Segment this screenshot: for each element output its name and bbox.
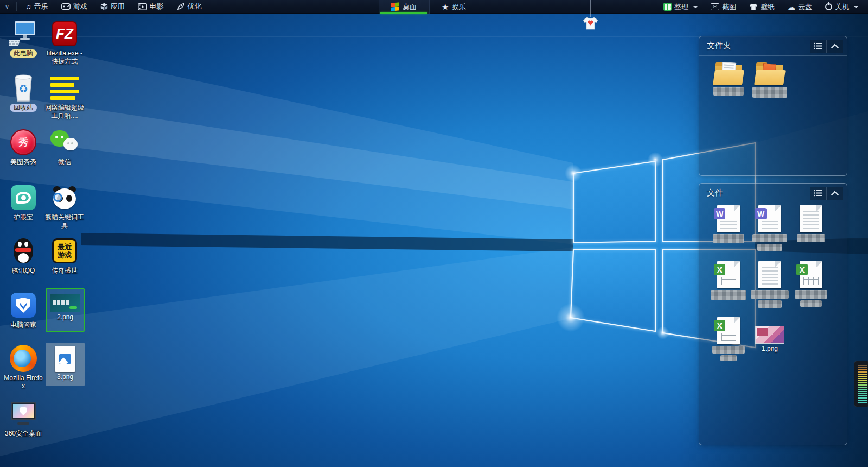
menu-organize[interactable]: 整理: [657, 0, 704, 14]
icon-label: 腾讯QQ: [3, 267, 44, 275]
file-label: 1.png: [749, 345, 790, 352]
censored-filename: [797, 234, 825, 242]
badge-line1: 最近: [58, 243, 72, 251]
tab-desktop[interactable]: 桌面: [379, 0, 429, 14]
film-icon: [138, 3, 147, 10]
qq-penguin-icon: [11, 237, 36, 264]
excel-file-icon: X: [717, 317, 740, 344]
menu-organize-label: 整理: [674, 2, 688, 12]
censored-filename: [795, 290, 827, 299]
collapse-bar-icon[interactable]: ∨: [0, 3, 14, 10]
censored-filename: [800, 300, 822, 307]
list-view-button[interactable]: [810, 187, 826, 200]
menu-apps[interactable]: 应用: [94, 0, 131, 13]
menu-games[interactable]: 游戏: [55, 0, 94, 13]
word-file-icon: W: [758, 205, 781, 232]
desktop-icon-recycle-bin[interactable]: ♻ 回收站: [3, 74, 44, 112]
eyecare-icon: [11, 185, 36, 210]
file-item-excel[interactable]: X: [708, 261, 749, 300]
desktop-icon-qq[interactable]: 腾讯QQ: [3, 237, 44, 275]
desktop-icon-panda-keyword[interactable]: 熊猫关键词工具: [44, 184, 85, 230]
menu-screenshot[interactable]: ✂ 截图: [704, 0, 743, 14]
apps-cube-icon: [100, 3, 108, 10]
collapse-panel-button[interactable]: [826, 187, 843, 200]
icon-label: 回收站: [10, 104, 37, 112]
desktop-icon-firefox[interactable]: Mozilla Firefox: [3, 344, 44, 390]
file-item-text[interactable]: [749, 261, 790, 308]
text-file-icon: [758, 261, 781, 288]
menu-wallpaper-label: 壁纸: [761, 2, 775, 12]
tab-entertainment[interactable]: ★ 娱乐: [429, 0, 478, 14]
screenshot-icon: ✂: [711, 3, 719, 10]
menu-music[interactable]: ♫ 音乐: [19, 0, 55, 13]
folder-item[interactable]: [749, 61, 790, 98]
image-thumbnail: [50, 294, 80, 312]
icon-label: 微信: [44, 158, 85, 166]
firefox-icon: [10, 345, 37, 372]
icon-label: 熊猫关键词工具: [44, 213, 85, 230]
meter-stripes: [858, 365, 867, 403]
file-item-text[interactable]: [790, 205, 832, 242]
pc-manager-shield-icon: [11, 293, 36, 318]
collapse-panel-button[interactable]: [826, 40, 843, 53]
recent-game-badge-icon: 最近 游戏: [52, 238, 77, 263]
hanging-tshirt-widget[interactable]: [582, 0, 600, 35]
desktop-icon-this-pc[interactable]: 此电脑: [3, 20, 44, 58]
desktop-icon-filezilla[interactable]: FZ filezilla.exe - 快捷方式: [44, 20, 85, 66]
files-panel: 文件 W W X X X 1.png: [699, 183, 847, 445]
desktop-icon-legend-game[interactable]: 最近 游戏 传奇盛世: [44, 237, 85, 275]
separator: [16, 2, 17, 11]
menu-optimize-label: 优化: [188, 2, 202, 11]
badge-line2: 游戏: [58, 251, 72, 259]
censored-filename: [757, 244, 782, 251]
menu-music-label: 音乐: [34, 2, 48, 11]
this-pc-icon: [9, 20, 37, 48]
icon-label: Mozilla Firefox: [3, 374, 44, 390]
file-item-image[interactable]: 1.png: [749, 326, 790, 352]
icon-label: 360安全桌面: [3, 430, 44, 438]
icon-label: 网络编辑超级工具箱....: [44, 104, 85, 120]
optimize-icon: [177, 3, 185, 10]
censored-filename: [751, 290, 789, 299]
wechat-icon: [50, 129, 79, 155]
filezilla-icon: FZ: [52, 21, 77, 46]
icon-label: filezilla.exe - 快捷方式: [44, 49, 85, 66]
file-item-excel[interactable]: X: [708, 317, 749, 361]
menu-wallpaper[interactable]: 壁纸: [743, 0, 781, 14]
recycle-bin-icon: ♻: [9, 74, 37, 102]
tab-desktop-label: 桌面: [403, 2, 417, 12]
chevron-up-icon: [831, 43, 838, 51]
file-label: 2.png: [47, 313, 84, 321]
menu-movies[interactable]: 电影: [131, 0, 170, 13]
chevron-up-icon: [831, 191, 838, 198]
desktop-icon-360-desktop[interactable]: 360安全桌面: [3, 400, 44, 438]
chevron-down-icon[interactable]: [693, 6, 698, 8]
list-view-button[interactable]: [810, 40, 826, 53]
file-item-excel[interactable]: X: [790, 261, 832, 307]
desktop-icon-pc-manager[interactable]: 电脑管家: [3, 291, 44, 329]
desktop-icon-eyecare[interactable]: 护眼宝: [3, 184, 44, 222]
folder-docs-icon: [714, 61, 743, 85]
censored-filename: [712, 346, 745, 354]
edge-meter-widget[interactable]: [854, 361, 868, 407]
censored-filename: [752, 234, 787, 242]
file-item-word[interactable]: W: [708, 205, 749, 243]
file-item-word[interactable]: W: [749, 205, 790, 251]
desktop-icon-net-toolbox[interactable]: 网络编辑超级工具箱....: [44, 74, 85, 120]
file-label: 3.png: [46, 373, 85, 381]
icon-label: 护眼宝: [3, 213, 44, 222]
censored-filename: [711, 290, 746, 300]
desktop-icon-meitu[interactable]: 秀 美图秀秀: [3, 128, 44, 166]
workspace-tabs: 桌面 ★ 娱乐: [379, 0, 478, 14]
folder-item[interactable]: [708, 61, 749, 96]
chevron-down-icon[interactable]: [854, 6, 858, 8]
desktop-file-3png[interactable]: 3.png: [46, 343, 85, 386]
menu-cloud[interactable]: ☁ 云盘: [781, 0, 819, 14]
menu-optimize[interactable]: 优化: [170, 0, 208, 13]
menu-shutdown[interactable]: 关机: [819, 0, 865, 14]
desktop-icon-wechat[interactable]: 微信: [44, 128, 85, 166]
censored-folder-name: [713, 87, 744, 96]
desktop-file-2png[interactable]: 2.png: [46, 288, 85, 332]
image-file-icon: [55, 346, 75, 372]
wallpaper-tshirt-icon: [749, 3, 758, 10]
